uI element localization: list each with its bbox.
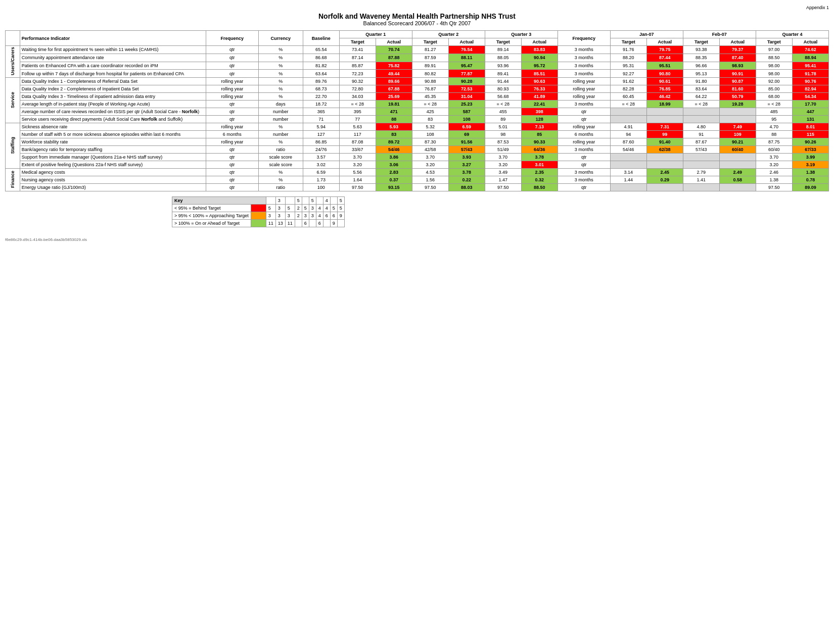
feb-actual-cell: 19.28 — [719, 101, 756, 108]
baseline-cell: 68.73 — [303, 85, 339, 93]
freq2-cell: qtr — [558, 116, 610, 123]
q3-actual-cell: 64/36 — [521, 146, 558, 154]
q4-target-cell: = < 28 — [756, 101, 792, 108]
q3-target-cell: 3.70 — [485, 154, 521, 161]
q4-actual-cell: 17.70 — [792, 101, 828, 108]
col-q1: Quarter 1 — [339, 31, 412, 38]
q3-actual-cell: 398 — [521, 108, 558, 116]
q3-target-cell: 5.01 — [485, 123, 521, 131]
feb-actual-cell — [719, 184, 756, 191]
q4-actual-cell: 89.09 — [792, 184, 828, 191]
feb-actual-cell — [719, 108, 756, 116]
q3-actual-cell: 128 — [521, 116, 558, 123]
feb-actual: Actual — [719, 38, 756, 46]
freq2-cell: rolling year — [558, 85, 610, 93]
frequency-cell: qtr — [206, 108, 258, 116]
freq2-cell: qtr — [558, 184, 610, 191]
q2-target-cell: 87.30 — [412, 138, 448, 146]
q4-actual-cell: 90.26 — [792, 138, 828, 146]
jan-actual-cell: 7.31 — [646, 123, 683, 131]
q2-target-cell: 1.56 — [412, 176, 448, 184]
q3-actual-cell: 83.83 — [521, 46, 558, 54]
jan-actual-cell: 79.75 — [646, 46, 683, 54]
frequency-cell: rolling year — [206, 123, 258, 131]
jan-target-cell: 94 — [610, 131, 646, 138]
indicator-cell: Data Quality Index 2 - Completeness of I… — [20, 85, 206, 93]
q1-target-cell: 87.14 — [339, 54, 376, 62]
indicator-cell: Data Quality Index 3 - Timeliness of inp… — [20, 93, 206, 101]
feb-actual-cell — [719, 154, 756, 161]
q2-actual-cell: 587 — [448, 108, 485, 116]
q4-target-cell: 97.00 — [756, 46, 792, 54]
q2-actual-cell: 91.56 — [448, 138, 485, 146]
q3-actual-cell: 95.72 — [521, 62, 558, 70]
q4-actual-cell: 91.78 — [792, 70, 828, 78]
jan-target-cell: 95.31 — [610, 62, 646, 70]
q3-target-cell: 1.47 — [485, 176, 521, 184]
frequency-cell: qtr — [206, 176, 258, 184]
q4-target-cell: 98.00 — [756, 62, 792, 70]
key-green-label: > 100% = On or Ahead of Target — [172, 220, 251, 227]
jan-target-cell — [610, 184, 646, 191]
q2-target-cell: 89.91 — [412, 62, 448, 70]
feb-target-cell — [683, 116, 719, 123]
q1-target-cell: 73.41 — [339, 46, 376, 54]
frequency-cell: qtr — [206, 146, 258, 154]
q4-target-cell: 2.46 — [756, 169, 792, 176]
jan-actual-cell: 46.42 — [646, 93, 683, 101]
q3-target-cell: 93.96 — [485, 62, 521, 70]
frequency-cell: qtr — [206, 116, 258, 123]
q2-actual-cell: 76.54 — [448, 46, 485, 54]
q4-actual-cell: 131 — [792, 116, 828, 123]
section-label-finance: Finance — [6, 169, 20, 191]
q2-target-cell: 87.59 — [412, 54, 448, 62]
q1-actual-cell: 19.81 — [376, 101, 412, 108]
q3-actual-cell: 41.89 — [521, 93, 558, 101]
q1-target-cell: 77 — [339, 116, 376, 123]
q2-target-cell: 425 — [412, 108, 448, 116]
jan-actual-cell: 0.29 — [646, 176, 683, 184]
jan-actual-cell: 91.40 — [646, 138, 683, 146]
q1-actual-cell: 3.86 — [376, 154, 412, 161]
jan-target-cell — [610, 161, 646, 169]
q3-target-cell: 91.44 — [485, 78, 521, 85]
frequency-cell: rolling year — [206, 85, 258, 93]
currency-cell: number — [258, 131, 303, 138]
feb-target-cell: 2.79 — [683, 169, 719, 176]
col-section — [6, 31, 20, 46]
q1-actual-cell: 83 — [376, 131, 412, 138]
q4-target-cell: 87.75 — [756, 138, 792, 146]
q3-actual-cell: 2.35 — [521, 169, 558, 176]
q1-target-cell: 3.70 — [339, 154, 376, 161]
currency-cell: number — [258, 116, 303, 123]
q4-actual-cell: 90.76 — [792, 78, 828, 85]
baseline-cell: 18.72 — [303, 101, 339, 108]
indicator-cell: Average number of care reviews recorded … — [20, 108, 206, 116]
baseline-cell: 89.76 — [303, 78, 339, 85]
jan-actual-cell — [646, 108, 683, 116]
q1-target-cell: 395 — [339, 108, 376, 116]
q4-target-cell: 92.00 — [756, 78, 792, 85]
q1-actual-cell: 0.37 — [376, 176, 412, 184]
baseline-cell: 81.82 — [303, 62, 339, 70]
q3-target-cell: 89.14 — [485, 46, 521, 54]
jan-target-cell: 1.44 — [610, 176, 646, 184]
feb-actual-cell: 90.87 — [719, 78, 756, 85]
q3-actual-cell: 0.32 — [521, 176, 558, 184]
q4-target-cell: 97.50 — [756, 184, 792, 191]
col-freq2: Frequency — [558, 31, 610, 46]
currency-cell: number — [258, 108, 303, 116]
freq2-cell: rolling year — [558, 93, 610, 101]
indicator-cell: Energy Usage ratio (GJ/100m3) — [20, 184, 206, 191]
currency-cell: % — [258, 93, 303, 101]
q4-actual-cell: 0.78 — [792, 176, 828, 184]
q1-actual-cell: 49.44 — [376, 70, 412, 78]
jan-target-cell: 54/46 — [610, 146, 646, 154]
jan-target-cell: 88.20 — [610, 54, 646, 62]
feb-actual-cell: 7.49 — [719, 123, 756, 131]
frequency-cell: rolling year — [206, 138, 258, 146]
currency-cell: % — [258, 123, 303, 131]
key-orange-swatch — [251, 212, 266, 220]
q1-target-cell: 5.56 — [339, 169, 376, 176]
q3-target: Target — [485, 38, 521, 46]
